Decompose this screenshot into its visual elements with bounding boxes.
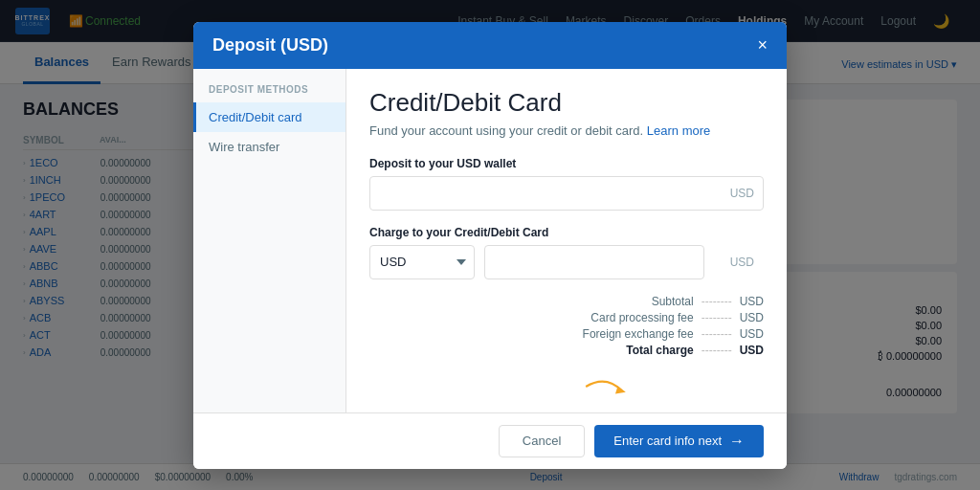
foreign-exchange-label: Foreign exchange fee [583, 327, 694, 341]
modal-title: Deposit (USD) [212, 35, 328, 56]
deposit-input[interactable] [369, 176, 764, 211]
modal-overlay[interactable]: Deposit (USD) × DEPOSIT METHODS Credit/D… [0, 0, 980, 490]
modal-close-button[interactable]: × [757, 36, 768, 54]
arrow-icon [582, 372, 630, 401]
submit-button[interactable]: Enter card info next → [594, 425, 764, 457]
modal-content-area: Credit/Debit Card Fund your account usin… [346, 69, 787, 412]
method-wire-transfer[interactable]: Wire transfer [193, 132, 345, 162]
charge-label: Charge to your Credit/Debit Card [369, 226, 764, 239]
card-processing-label: Card processing fee [590, 311, 693, 324]
charge-row: USD EUR GBP USD [369, 245, 764, 279]
modal-footer: Cancel Enter card info next → [193, 412, 787, 469]
total-dashes: -------- [702, 344, 732, 357]
card-processing-row: Card processing fee -------- USD [369, 311, 764, 324]
charge-input[interactable] [484, 245, 704, 279]
foreign-exchange-currency: USD [740, 327, 764, 341]
cancel-button[interactable]: Cancel [499, 425, 585, 457]
subtotal-dashes: -------- [702, 295, 732, 308]
modal-sidebar: DEPOSIT METHODS Credit/Debit card Wire t… [193, 69, 346, 412]
subtotal-row: Subtotal -------- USD [369, 295, 764, 308]
modal-body: DEPOSIT METHODS Credit/Debit card Wire t… [193, 69, 787, 412]
foreign-exchange-row: Foreign exchange fee -------- USD [369, 327, 764, 341]
card-processing-currency: USD [740, 311, 764, 324]
total-charge-row: Total charge -------- USD [369, 344, 764, 357]
total-charge-label: Total charge [626, 344, 693, 357]
deposit-label: Deposit to your USD wallet [369, 157, 764, 170]
card-processing-dashes: -------- [702, 311, 732, 324]
deposit-input-group: USD [369, 176, 764, 211]
deposit-methods-header: DEPOSIT METHODS [193, 84, 345, 95]
total-currency: USD [740, 344, 764, 357]
subtotal-label: Subtotal [652, 295, 694, 308]
foreign-exchange-dashes: -------- [702, 327, 732, 341]
deposit-currency-suffix: USD [730, 187, 754, 200]
arrow-decoration [369, 372, 764, 401]
submit-label: Enter card info next [613, 434, 722, 448]
method-credit-debit[interactable]: Credit/Debit card [193, 102, 345, 132]
learn-more-link[interactable]: Learn more [647, 123, 710, 138]
currency-select[interactable]: USD EUR GBP [369, 245, 475, 279]
fees-box: Subtotal -------- USD Card processing fe… [369, 295, 764, 357]
subtotal-currency: USD [740, 295, 764, 308]
payment-method-desc: Fund your account using your credit or d… [369, 123, 764, 138]
charge-currency-suffix: USD [730, 256, 754, 269]
modal-header: Deposit (USD) × [193, 22, 787, 69]
arrow-right-icon: → [729, 433, 745, 450]
deposit-modal: Deposit (USD) × DEPOSIT METHODS Credit/D… [193, 22, 787, 469]
payment-method-title: Credit/Debit Card [369, 88, 764, 118]
